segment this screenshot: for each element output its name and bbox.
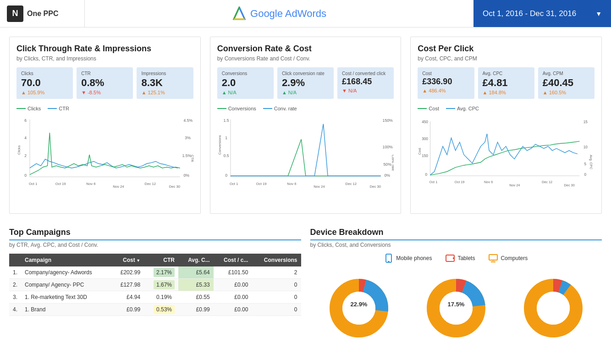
computer-legend: Computers [489,254,528,263]
avg-cpm-label: Avg. CPM [543,71,590,76]
campaign-cost: £202.99 [111,266,144,279]
svg-text:Oct 1: Oct 1 [429,180,438,185]
avg-cpc-change: 184.8% [483,90,530,95]
row-num: 4. [9,304,21,316]
svg-text:Nov 6: Nov 6 [287,182,296,186]
impressions-change: 125.1% [141,90,188,95]
svg-text:Conversions: Conversions [217,135,221,155]
computer-donut [521,276,585,342]
cost-conv-card: Cost / converted click £168.45 N/A [337,67,394,99]
campaign-conv: 2 [252,266,301,279]
mobile-donut: 22.9% [327,276,391,342]
legend-conversions-line [217,108,226,109]
header: N One PPC Google AdWords Oct 1, 2016 - D… [0,0,611,27]
svg-text:Oct 19: Oct 19 [55,182,66,186]
svg-text:0: 0 [584,173,587,177]
logo-icon: N [7,5,23,22]
svg-text:3%: 3% [185,136,191,141]
campaign-cost-c: £0.00 [214,304,252,316]
avg-cpm-value: £40.45 [543,77,590,89]
svg-text:0: 0 [24,174,27,178]
svg-text:150: 150 [422,154,429,158]
col-conversions[interactable]: Conversions [252,254,301,266]
date-range-text: Oct 1, 2016 - Dec 31, 2016 [483,9,591,18]
conv-panel-title: Conversion Rate & Cost [217,44,394,54]
click-conv-rate-card: Click conversion rate 2.9% ▲ N/A [277,67,334,99]
legend-conversions-label: Conversions [228,106,256,111]
campaign-avg-c: £5.64 [178,266,214,279]
svg-text:Nov 24: Nov 24 [113,185,124,189]
svg-point-69 [342,292,375,325]
conversions-card: Conversions 2.0 ▲ N/A [217,67,274,99]
conversions-label: Conversions [222,71,269,76]
campaign-avg-c: £5.33 [178,279,214,291]
campaign-name: 1. Brand [21,304,111,316]
svg-text:15: 15 [583,120,588,125]
cpc-chart-legend: Cost Avg. CPC [418,106,594,111]
cost-conv-change: N/A [342,88,389,93]
avg-cpm-card: Avg. CPM £40.45 160.5% [538,67,594,99]
mobile-legend: Mobile phones [384,254,432,263]
avg-cpc-label: Avg. CPC [483,71,530,76]
svg-line-3 [239,7,245,19]
table-header-row: Campaign Cost CTR Avg. C... Cost / c... … [9,254,301,266]
campaign-ctr: 0.19% [144,291,178,304]
campaign-cost: £127.98 [111,279,144,291]
cost-conv-value: £168.45 [342,77,389,87]
adwords-icon [232,6,247,21]
svg-text:450: 450 [422,120,429,125]
legend-cost-line [418,108,427,109]
svg-rect-63 [489,255,497,260]
cpc-panel-title: Cost Per Click [418,44,594,54]
campaign-cost-c: £0.00 [214,279,252,291]
svg-text:Dec 12: Dec 12 [542,180,552,185]
ctr-value: 0.8% [81,77,128,89]
svg-text:1: 1 [225,136,227,141]
campaigns-table: Campaign Cost CTR Avg. C... Cost / c... … [9,254,301,316]
ctr-impressions-panel: Click Through Rate & Impressions by Clic… [9,37,201,214]
conv-stat-cards: Conversions 2.0 ▲ N/A Click conversion r… [217,67,394,99]
cpc-chart-svg: 450 300 150 0 15 10 5 0 Oct 1 Oct 19 [418,114,594,196]
svg-text:Nov 6: Nov 6 [86,182,95,186]
col-campaign[interactable]: Campaign [21,254,111,266]
ctr-panel-subtitle: by Clicks, CTR, and Impressions [17,55,193,62]
adwords-logo: Google AdWords [232,6,326,21]
campaign-ctr: 1.67% [144,279,178,291]
col-cost[interactable]: Cost [111,254,144,266]
svg-text:1.5%: 1.5% [182,153,192,158]
tablet-label: Tablets [457,255,475,261]
legend-avg-cpc: Avg. CPC [446,106,479,111]
conv-chart-area: Conversions Conv. rate 1.5 1 0.5 0 150% … [217,106,394,206]
col-num [9,254,21,266]
cost-label: Cost [422,71,469,76]
svg-text:4.5%: 4.5% [183,118,193,123]
conversions-change: ▲ N/A [222,90,269,95]
impressions-value: 8.3K [141,77,188,89]
campaign-conv: 0 [252,291,301,304]
ctr-chart-area: Clicks CTR 6 4 2 0 4.5% 3% 1.5% [17,106,193,206]
col-avg-c[interactable]: Avg. C... [178,254,214,266]
svg-text:0%: 0% [183,174,189,178]
col-ctr[interactable]: CTR [144,254,178,266]
top-campaigns-title: Top Campaigns [9,228,301,240]
mobile-icon [384,254,393,263]
col-cost-c[interactable]: Cost / c... [214,254,252,266]
legend-avg-cpc-label: Avg. CPC [457,106,479,111]
legend-conv-rate-line [263,108,272,109]
legend-conv-rate-label: Conv. rate [274,106,297,111]
conversions-value: 2.0 [222,77,269,89]
clicks-card: Clicks 70.0 105.9% [17,67,73,99]
campaign-name: 1. Re-marketing Text 30D [21,291,111,304]
campaign-cost-c: £101.50 [214,266,252,279]
row-num: 3. [9,291,21,304]
date-range-selector[interactable]: Oct 1, 2016 - Dec 31, 2016 ▼ [473,0,611,27]
svg-text:CTR: CTR [190,155,193,162]
adwords-label: Google AdWords [250,8,326,20]
svg-text:5: 5 [584,162,587,166]
table-row: 1. Company/agency- Adwords £202.99 2.17%… [9,266,301,279]
svg-text:Dec 12: Dec 12 [345,182,356,186]
svg-text:Nov 24: Nov 24 [314,185,325,189]
svg-text:Conv. rate: Conv. rate [391,155,394,171]
click-conv-rate-change: ▲ N/A [282,90,329,95]
svg-rect-62 [453,257,454,259]
